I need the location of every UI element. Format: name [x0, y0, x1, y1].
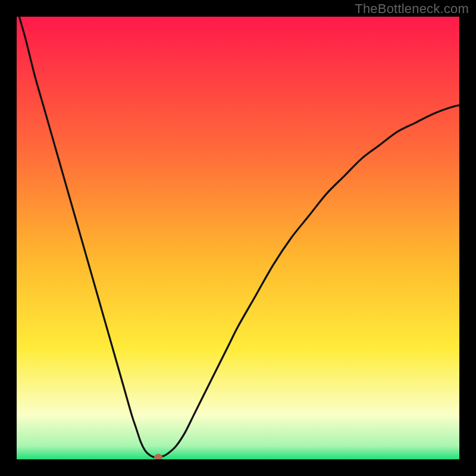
chart-frame: TheBottleneck.com — [0, 0, 476, 476]
watermark: TheBottleneck.com — [355, 1, 469, 17]
plot-area — [17, 17, 459, 459]
bottleneck-chart — [17, 17, 459, 459]
chart-background — [17, 17, 459, 459]
